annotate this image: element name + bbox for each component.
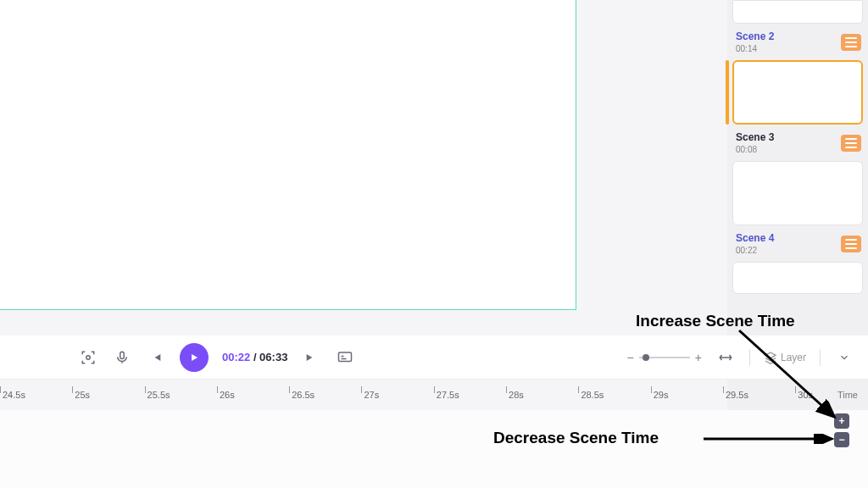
skip-forward-icon[interactable] [301,347,321,368]
captions-icon[interactable] [335,347,355,368]
zoom-slider[interactable]: − + [627,351,702,364]
scene-label[interactable]: Scene 2 [736,30,774,42]
scene-thumbnail[interactable] [732,0,863,24]
scene-duration: 00:14 [736,44,774,53]
fit-width-icon[interactable] [715,347,736,368]
tick-label: 26.5s [292,390,314,400]
zoom-thumb[interactable] [643,354,649,361]
skip-back-icon[interactable] [146,347,166,368]
transition-icon[interactable] [841,135,861,152]
total-duration: 06:33 [259,351,287,363]
tick-label: 27s [364,390,379,400]
tick-label: 24.5s [3,390,25,400]
transition-icon[interactable] [841,236,861,252]
scene-meta: Scene 4 00:22 [732,229,863,262]
current-time: 00:22 [222,351,250,363]
tick-label: 29s [654,390,669,400]
focus-icon[interactable] [78,347,98,368]
annotation-increase-label: Increase Scene Time [636,312,795,330]
tick-label: 25s [75,390,90,400]
scene-meta: Scene 2 00:14 [732,27,863,60]
chevron-down-icon[interactable] [834,347,854,368]
canvas-area[interactable] [0,0,576,310]
playback-bar: 00:22 / 06:33 − + Layer [0,336,868,380]
layer-menu[interactable]: Layer [764,351,806,364]
scene-duration: 00:08 [736,145,774,154]
transition-icon[interactable] [841,34,861,51]
tick-label: 30s [798,390,813,400]
zoom-in-icon[interactable]: + [695,351,702,364]
tick-label: 27.5s [437,390,459,400]
timeline-ruler[interactable]: 24.5s 25s 25.5s 26s 26.5s 27s 27.5s 28s … [0,380,868,410]
tick-label: 29.5s [726,390,748,400]
scene-thumbnail[interactable] [732,161,863,225]
scene-label[interactable]: Scene 4 [736,232,774,244]
increase-scene-time-button[interactable]: + [834,413,849,429]
svg-point-0 [86,355,91,359]
play-button[interactable] [180,343,209,372]
scene-thumbnail[interactable] [732,262,863,294]
timeline-end-label: Time [837,390,858,400]
scene-label[interactable]: Scene 3 [736,131,774,143]
svg-rect-1 [120,352,125,358]
scene-thumbnail-selected[interactable] [732,60,863,125]
timecode: 00:22 / 06:33 [222,351,287,363]
scene-selected-indicator [726,60,729,125]
annotation-decrease-label: Decrease Scene Time [493,429,659,447]
layer-label: Layer [781,352,806,363]
timeline-track-area[interactable] [0,410,868,488]
microphone-icon[interactable] [112,347,132,368]
scene-meta: Scene 3 00:08 [732,128,863,161]
decrease-scene-time-button[interactable]: − [834,432,849,447]
tick-label: 28.5s [581,390,604,400]
tick-label: 26s [220,390,235,400]
scene-duration: 00:22 [736,246,774,255]
scene-time-controls: + − [834,413,849,447]
tick-label: 28s [509,390,524,400]
zoom-out-icon[interactable]: − [627,351,634,364]
tick-label: 25.5s [147,390,170,400]
zoom-track[interactable] [639,357,690,358]
svg-rect-2 [339,352,352,362]
